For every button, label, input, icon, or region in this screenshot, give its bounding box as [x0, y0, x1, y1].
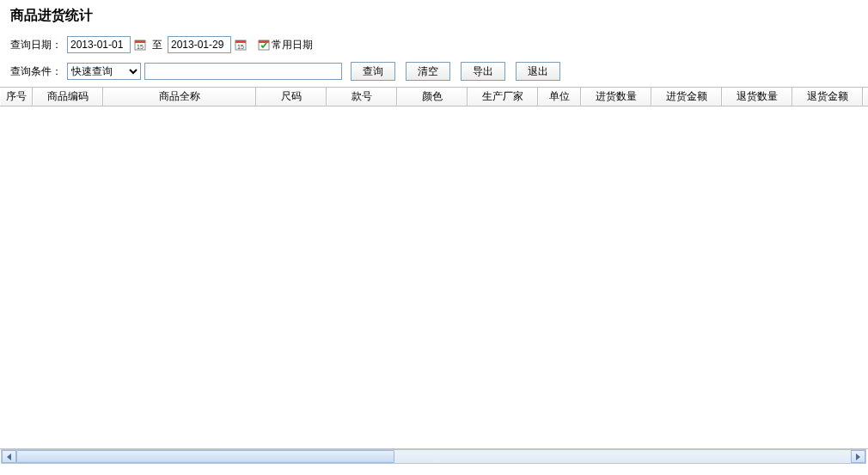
date-label: 查询日期： [10, 38, 62, 52]
horizontal-scrollbar[interactable] [1, 449, 866, 464]
date-to-label: 至 [152, 38, 162, 52]
column-header-color[interactable]: 颜色 [397, 88, 468, 106]
calendar-icon[interactable]: 15 [133, 38, 147, 52]
svg-text:15: 15 [137, 44, 144, 50]
column-header-in_amt[interactable]: 进货金额 [651, 88, 722, 106]
svg-rect-4 [235, 40, 246, 43]
exit-button[interactable]: 退出 [516, 62, 560, 81]
column-header-unit[interactable]: 单位 [538, 88, 581, 106]
data-table: 序号商品编码商品全称尺码款号颜色生产厂家单位进货数量进货金额退货数量退货金额合计… [0, 87, 868, 449]
condition-label: 查询条件： [10, 64, 62, 79]
condition-filter-row: 查询条件： 快速查询 查询 清空 导出 退出 [0, 58, 868, 85]
search-input[interactable] [144, 63, 342, 80]
column-header-code[interactable]: 商品编码 [33, 88, 103, 106]
column-header-in_qty[interactable]: 进货数量 [581, 88, 651, 106]
arrow-left-icon [7, 454, 11, 460]
date-from-input[interactable] [67, 36, 131, 53]
table-body [0, 107, 868, 448]
clear-button[interactable]: 清空 [406, 62, 450, 81]
page-title: 商品进货统计 [0, 0, 868, 32]
table-header: 序号商品编码商品全称尺码款号颜色生产厂家单位进货数量进货金额退货数量退货金额合计… [0, 88, 868, 107]
arrow-right-icon [856, 454, 860, 460]
column-header-seq[interactable]: 序号 [0, 88, 33, 106]
column-header-ret_qty[interactable]: 退货数量 [722, 88, 792, 106]
scroll-left-button[interactable] [2, 450, 16, 463]
column-header-mfr[interactable]: 生产厂家 [468, 88, 538, 106]
common-date-label: 常用日期 [272, 38, 313, 52]
column-header-size[interactable]: 尺码 [256, 88, 327, 106]
svg-rect-1 [135, 40, 145, 43]
scroll-thumb[interactable] [16, 450, 394, 463]
export-button[interactable]: 导出 [461, 62, 505, 81]
svg-rect-7 [259, 40, 269, 43]
date-filter-row: 查询日期： 15 至 15 常用日期 [0, 32, 868, 58]
column-header-ret_amt[interactable]: 退货金额 [792, 88, 863, 106]
query-button[interactable]: 查询 [351, 62, 395, 81]
column-header-name[interactable]: 商品全称 [103, 88, 256, 106]
column-header-style[interactable]: 款号 [327, 88, 397, 106]
column-header-tot_qty[interactable]: 合计数量 [863, 88, 868, 106]
svg-text:15: 15 [237, 44, 244, 50]
common-date-button[interactable]: 常用日期 [258, 38, 313, 52]
date-to-input[interactable] [168, 36, 231, 53]
scroll-track[interactable] [16, 450, 851, 463]
quick-search-select[interactable]: 快速查询 [67, 63, 141, 80]
calendar-icon[interactable]: 15 [234, 38, 248, 52]
scroll-right-button[interactable] [851, 450, 865, 463]
